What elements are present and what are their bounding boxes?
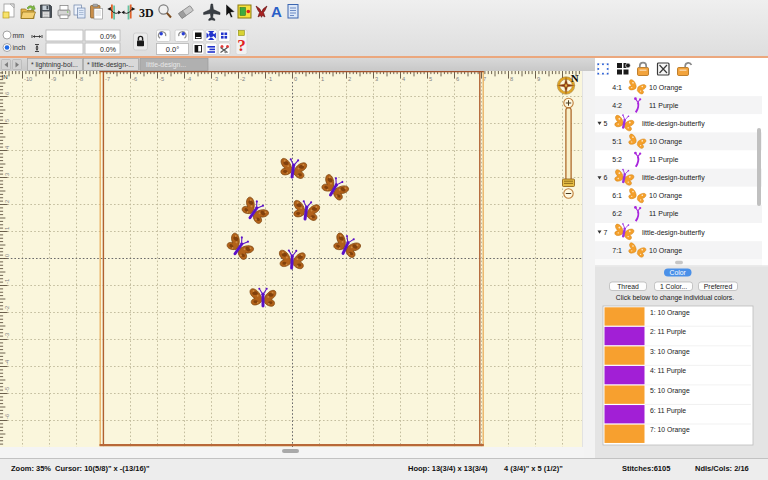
svg-text:7: 10 Orange: 7: 10 Orange bbox=[650, 426, 690, 434]
svg-text:3: 3 bbox=[375, 76, 378, 82]
svg-text:10 Orange: 10 Orange bbox=[649, 138, 682, 146]
svg-text:5: 5 bbox=[429, 76, 432, 82]
svg-text:-3: -3 bbox=[213, 76, 218, 82]
svg-text:10 Orange: 10 Orange bbox=[649, 84, 682, 92]
svg-text:6: 6 bbox=[604, 174, 608, 181]
svg-text:-2: -2 bbox=[4, 306, 10, 311]
svg-text:-9: -9 bbox=[51, 76, 56, 82]
svg-text:6:2: 6:2 bbox=[612, 210, 622, 217]
svg-text:4: 11 Purple: 4: 11 Purple bbox=[650, 367, 686, 375]
svg-text:6: 6 bbox=[456, 76, 459, 82]
svg-text:-7: -7 bbox=[105, 76, 110, 82]
svg-text:6: 6 bbox=[4, 92, 10, 95]
svg-text:9: 9 bbox=[537, 76, 540, 82]
svg-text:11 Purple: 11 Purple bbox=[649, 156, 679, 164]
svg-text:3D: 3D bbox=[139, 6, 154, 20]
svg-text:2: 2 bbox=[4, 200, 10, 203]
svg-text:7:1: 7:1 bbox=[612, 247, 622, 254]
svg-text:IN: IN bbox=[2, 73, 8, 80]
svg-text:Preferred: Preferred bbox=[704, 283, 733, 290]
svg-text:0.0°: 0.0° bbox=[166, 45, 179, 54]
svg-text:-5: -5 bbox=[4, 387, 10, 392]
svg-text:* little-design-...: * little-design-... bbox=[87, 61, 134, 69]
svg-text:5: 10 Orange: 5: 10 Orange bbox=[650, 387, 690, 395]
svg-text:-8: -8 bbox=[78, 76, 83, 82]
svg-text:4:2: 4:2 bbox=[612, 102, 622, 109]
svg-text:0.0%: 0.0% bbox=[100, 33, 116, 40]
svg-text:-5: -5 bbox=[159, 76, 164, 82]
svg-text:2: 2 bbox=[348, 76, 351, 82]
svg-text:mm: mm bbox=[13, 32, 25, 39]
svg-text:-1: -1 bbox=[267, 76, 272, 82]
svg-text:N: N bbox=[571, 72, 579, 84]
svg-text:3: 3 bbox=[4, 173, 10, 176]
svg-text:5:2: 5:2 bbox=[612, 156, 622, 163]
svg-text:Thread: Thread bbox=[617, 283, 639, 290]
svg-text:* lightning-bol...: * lightning-bol... bbox=[31, 61, 78, 69]
svg-text:4: 4 bbox=[4, 146, 10, 149]
svg-text:1: 10 Orange: 1: 10 Orange bbox=[650, 309, 690, 317]
svg-text:0.0%: 0.0% bbox=[100, 46, 116, 53]
svg-text:-4: -4 bbox=[186, 76, 191, 82]
svg-text:-1: -1 bbox=[4, 279, 10, 284]
svg-text:10 Orange: 10 Orange bbox=[649, 192, 682, 200]
svg-text:1: 1 bbox=[321, 76, 324, 82]
svg-text:little-design-butterfly: little-design-butterfly bbox=[642, 229, 705, 237]
svg-text:-6: -6 bbox=[132, 76, 137, 82]
svg-text:A: A bbox=[271, 3, 282, 20]
svg-text:11 Purple: 11 Purple bbox=[649, 102, 679, 110]
svg-text:inch: inch bbox=[13, 44, 26, 51]
svg-text:7: 7 bbox=[604, 229, 608, 236]
svg-text:little-design-butterfly: little-design-butterfly bbox=[642, 120, 705, 128]
svg-text:2: 11 Purple: 2: 11 Purple bbox=[650, 328, 686, 336]
svg-text:6:1: 6:1 bbox=[612, 192, 622, 199]
svg-text:5: 5 bbox=[4, 119, 10, 122]
svg-text:-4: -4 bbox=[4, 360, 10, 365]
svg-text:8: 8 bbox=[510, 76, 513, 82]
svg-text:4: 4 bbox=[402, 76, 405, 82]
svg-text:0: 0 bbox=[294, 76, 297, 82]
svg-text:little-design-butterfly: little-design-butterfly bbox=[642, 174, 705, 182]
svg-text:-2: -2 bbox=[240, 76, 245, 82]
svg-text:-3: -3 bbox=[4, 333, 10, 338]
svg-text:6: 11 Purple: 6: 11 Purple bbox=[650, 407, 686, 415]
svg-text:11 Purple: 11 Purple bbox=[649, 210, 679, 218]
svg-text:3: 10 Orange: 3: 10 Orange bbox=[650, 348, 690, 356]
svg-text:1 Color...: 1 Color... bbox=[660, 283, 687, 290]
svg-text:1: 1 bbox=[4, 227, 10, 230]
svg-text:?: ? bbox=[237, 36, 246, 55]
svg-text:Click below to change individu: Click below to change individual colors. bbox=[616, 294, 734, 302]
svg-text:10 Orange: 10 Orange bbox=[649, 247, 682, 255]
svg-text:5:1: 5:1 bbox=[612, 138, 622, 145]
svg-text:-6: -6 bbox=[4, 414, 10, 419]
svg-text:4:1: 4:1 bbox=[612, 84, 622, 91]
svg-text:5: 5 bbox=[604, 120, 608, 127]
svg-text:-10: -10 bbox=[24, 76, 32, 82]
svg-text:little-design...: little-design... bbox=[146, 61, 186, 69]
svg-text:Color: Color bbox=[670, 269, 687, 276]
svg-text:0: 0 bbox=[4, 254, 10, 257]
